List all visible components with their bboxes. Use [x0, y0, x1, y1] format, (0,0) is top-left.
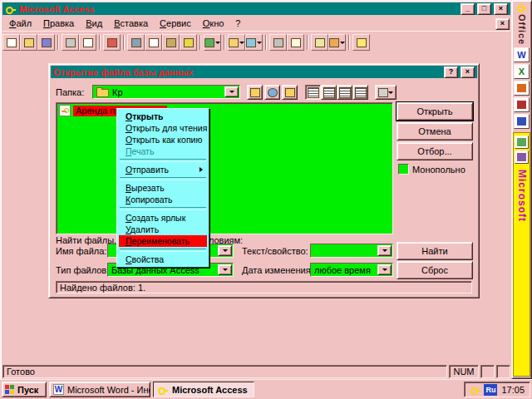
menu-item-rename[interactable]: Переименовать	[119, 235, 207, 247]
context-menu: Открыть Открыть для чтения Открыть как к…	[116, 108, 209, 268]
task-word[interactable]: W Microsoft Word - Информ...	[49, 382, 150, 397]
spelling-button[interactable]	[103, 34, 121, 51]
dropdown-arrow-icon	[223, 268, 228, 271]
task-access[interactable]: Microsoft Access	[153, 382, 254, 397]
dialog-help-button[interactable]: ?	[444, 66, 458, 78]
menu-item-delete[interactable]: Удалить	[119, 224, 207, 235]
language-indicator[interactable]: Ru	[484, 384, 497, 396]
office-links-button[interactable]	[228, 34, 245, 51]
status-panel	[496, 365, 510, 378]
dialog-titlebar[interactable]: Открытие файла базы данных ? ×	[51, 66, 477, 78]
menu-file[interactable]: Файл	[3, 17, 37, 30]
minimize-button[interactable]: _	[461, 3, 475, 15]
office-app-glyph-icon	[517, 138, 526, 146]
menu-separator	[120, 249, 206, 252]
print-button[interactable]	[62, 34, 79, 51]
menu-edit[interactable]: Правка	[37, 17, 80, 30]
menu-item-open-as-copy[interactable]: Открыть как копию	[119, 134, 207, 145]
print-icon	[66, 38, 76, 47]
access-shortcut-icon[interactable]	[514, 97, 530, 112]
properties-button[interactable]	[287, 34, 304, 51]
properties-view-icon	[339, 87, 351, 98]
relationships-button[interactable]	[311, 34, 328, 51]
copy-button[interactable]	[145, 34, 162, 51]
office-app-icon[interactable]	[515, 135, 529, 149]
folder-dropdown-arrow[interactable]	[224, 86, 239, 97]
windows-logo-icon	[5, 385, 15, 395]
list-view-button[interactable]	[305, 85, 321, 100]
find-button[interactable]: Найти	[397, 242, 473, 260]
undo-button[interactable]	[204, 34, 221, 51]
menu-item-cut[interactable]: Вырезать	[119, 182, 207, 194]
date-modified-dropdown-arrow[interactable]	[377, 264, 392, 275]
child-close-button[interactable]: ×	[495, 18, 510, 30]
menu-item-properties[interactable]: Свойства	[119, 254, 207, 265]
exclusive-checkbox-row[interactable]: Монопольно	[398, 164, 466, 175]
folder-label: Папка:	[56, 87, 84, 97]
reset-button[interactable]: Сброс	[397, 261, 473, 279]
maximize-button[interactable]: □	[477, 3, 491, 15]
save-button[interactable]	[37, 34, 55, 51]
word-icon[interactable]: W	[514, 47, 530, 62]
text-property-dropdown[interactable]	[310, 244, 393, 258]
menu-item-create-shortcut[interactable]: Создать ярлык	[119, 212, 207, 224]
menu-item-send-to[interactable]: Отправить	[119, 164, 207, 175]
paste-button[interactable]	[162, 34, 180, 51]
search-web-button[interactable]	[264, 85, 280, 100]
menu-help[interactable]: ?	[229, 17, 246, 30]
new-folder-button[interactable]	[282, 85, 298, 100]
clock[interactable]: 17:05	[501, 385, 525, 395]
up-one-level-button[interactable]	[247, 85, 263, 100]
file-list[interactable]: Аренда предприятия	[56, 102, 393, 234]
spelling-icon	[107, 38, 117, 47]
menu-insert[interactable]: Вставка	[108, 17, 154, 30]
status-panel	[480, 365, 495, 378]
start-button[interactable]: Пуск	[2, 382, 47, 397]
menu-window[interactable]: Окно	[197, 17, 230, 30]
main-titlebar[interactable]: Microsoft Access _ □ ×	[2, 2, 510, 15]
filter-button[interactable]: Отбор...	[397, 142, 473, 160]
menu-item-open-read-only[interactable]: Открыть для чтения	[119, 122, 207, 134]
powerpoint-icon[interactable]	[514, 81, 530, 96]
menu-tools[interactable]: Сервис	[154, 17, 197, 30]
open-button[interactable]: Открыть	[397, 102, 473, 121]
menu-view[interactable]: Вид	[80, 17, 108, 30]
analyze-button[interactable]	[245, 34, 263, 51]
menu-item-copy[interactable]: Копировать	[119, 194, 207, 205]
office-shortcut-bar: Office W X Microsoft	[511, 0, 532, 379]
menu-separator	[120, 177, 206, 180]
folder-dropdown[interactable]: Кр	[92, 85, 240, 99]
main-toolbar	[2, 31, 510, 53]
format-painter-button[interactable]	[180, 34, 197, 51]
outlook-icon[interactable]	[514, 114, 530, 129]
office-app-icon[interactable]	[515, 150, 529, 164]
access-database-file-icon	[59, 105, 71, 116]
file-type-dropdown-arrow[interactable]	[218, 264, 232, 275]
preview-view-button[interactable]	[352, 85, 368, 100]
toolbar-separator	[99, 35, 101, 50]
properties-view-button[interactable]	[337, 85, 352, 100]
commands-settings-button[interactable]	[375, 85, 397, 100]
print-preview-button[interactable]	[79, 34, 96, 51]
date-modified-dropdown[interactable]: любое время	[310, 263, 393, 277]
new-database-button[interactable]	[2, 34, 20, 51]
text-property-dropdown-arrow[interactable]	[377, 245, 392, 256]
open-database-button[interactable]	[20, 34, 37, 51]
file-name-dropdown-arrow[interactable]	[218, 245, 232, 256]
details-view-button[interactable]	[321, 85, 337, 100]
file-name-label: Имя файла:	[56, 246, 106, 256]
dialog-close-button[interactable]: ×	[461, 66, 475, 78]
code-button[interactable]	[269, 34, 287, 51]
close-button[interactable]: ×	[494, 3, 508, 15]
cut-button[interactable]	[127, 34, 145, 51]
cancel-button[interactable]: Отмена	[397, 122, 473, 140]
excel-icon[interactable]: X	[514, 64, 530, 79]
tray-indicator-icon[interactable]	[470, 385, 480, 395]
exclusive-checkbox[interactable]	[398, 164, 409, 175]
folder-icon	[96, 89, 109, 97]
list-view-icon	[308, 87, 319, 98]
menu-item-open[interactable]: Открыть	[119, 111, 207, 122]
new-object-icon	[329, 38, 339, 47]
new-object-button[interactable]	[328, 34, 346, 51]
help-button[interactable]	[352, 34, 370, 51]
